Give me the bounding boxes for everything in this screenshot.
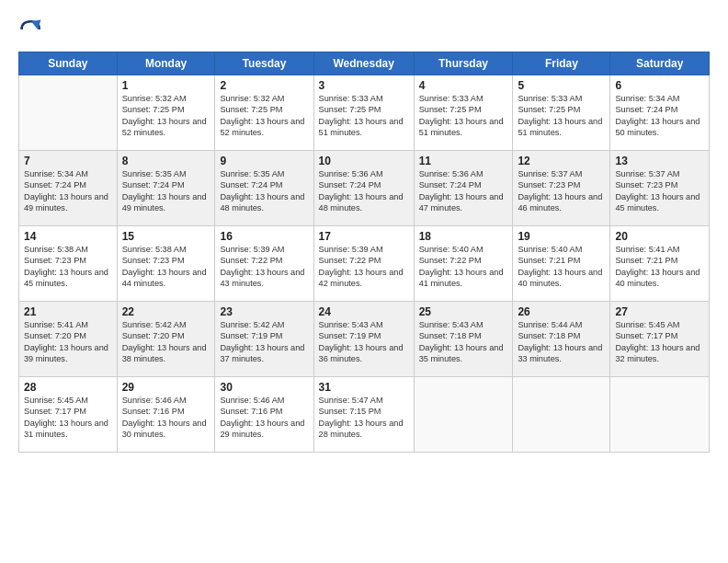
day-number: 4	[419, 79, 508, 92]
weekday-header-monday: Monday	[117, 52, 215, 75]
header	[18, 17, 710, 42]
day-info: Sunrise: 5:38 AM Sunset: 7:23 PM Dayligh…	[24, 244, 112, 290]
day-number: 1	[122, 79, 210, 92]
calendar-cell: 4Sunrise: 5:33 AM Sunset: 7:25 PM Daylig…	[414, 75, 513, 151]
day-info: Sunrise: 5:35 AM Sunset: 7:24 PM Dayligh…	[220, 168, 308, 214]
day-info: Sunrise: 5:46 AM Sunset: 7:16 PM Dayligh…	[122, 395, 210, 441]
calendar-cell: 8Sunrise: 5:35 AM Sunset: 7:24 PM Daylig…	[117, 151, 215, 226]
day-info: Sunrise: 5:39 AM Sunset: 7:22 PM Dayligh…	[220, 244, 308, 290]
day-number: 31	[319, 381, 409, 394]
calendar-cell: 24Sunrise: 5:43 AM Sunset: 7:19 PM Dayli…	[313, 302, 414, 377]
day-info: Sunrise: 5:42 AM Sunset: 7:19 PM Dayligh…	[220, 319, 308, 365]
weekday-header-tuesday: Tuesday	[215, 52, 313, 75]
calendar-cell: 26Sunrise: 5:44 AM Sunset: 7:18 PM Dayli…	[513, 302, 610, 377]
day-number: 17	[319, 230, 409, 243]
calendar-cell	[513, 377, 610, 453]
day-number: 20	[615, 230, 704, 243]
calendar-cell	[610, 377, 710, 453]
week-row-3: 14Sunrise: 5:38 AM Sunset: 7:23 PM Dayli…	[19, 226, 710, 302]
calendar-cell: 25Sunrise: 5:43 AM Sunset: 7:18 PM Dayli…	[414, 302, 513, 377]
day-info: Sunrise: 5:32 AM Sunset: 7:25 PM Dayligh…	[220, 93, 308, 139]
weekday-header-wednesday: Wednesday	[313, 52, 414, 75]
calendar-cell: 9Sunrise: 5:35 AM Sunset: 7:24 PM Daylig…	[215, 151, 313, 226]
calendar-cell: 18Sunrise: 5:40 AM Sunset: 7:22 PM Dayli…	[414, 226, 513, 302]
day-info: Sunrise: 5:34 AM Sunset: 7:24 PM Dayligh…	[24, 168, 112, 214]
day-info: Sunrise: 5:37 AM Sunset: 7:23 PM Dayligh…	[615, 168, 704, 214]
day-info: Sunrise: 5:36 AM Sunset: 7:24 PM Dayligh…	[319, 168, 409, 214]
calendar-cell: 13Sunrise: 5:37 AM Sunset: 7:23 PM Dayli…	[610, 151, 710, 226]
weekday-header-thursday: Thursday	[414, 52, 513, 75]
day-number: 13	[615, 155, 704, 167]
calendar-cell	[19, 75, 118, 151]
day-info: Sunrise: 5:44 AM Sunset: 7:18 PM Dayligh…	[518, 319, 605, 365]
day-info: Sunrise: 5:47 AM Sunset: 7:15 PM Dayligh…	[319, 395, 409, 441]
weekday-header-row: SundayMondayTuesdayWednesdayThursdayFrid…	[19, 52, 710, 75]
day-number: 10	[319, 155, 409, 167]
calendar-cell: 23Sunrise: 5:42 AM Sunset: 7:19 PM Dayli…	[215, 302, 313, 377]
day-info: Sunrise: 5:45 AM Sunset: 7:17 PM Dayligh…	[615, 319, 704, 365]
calendar-cell: 20Sunrise: 5:41 AM Sunset: 7:21 PM Dayli…	[610, 226, 710, 302]
calendar-cell: 19Sunrise: 5:40 AM Sunset: 7:21 PM Dayli…	[513, 226, 610, 302]
calendar-cell: 1Sunrise: 5:32 AM Sunset: 7:25 PM Daylig…	[117, 75, 215, 151]
page: SundayMondayTuesdayWednesdayThursdayFrid…	[0, 0, 728, 563]
day-number: 9	[220, 155, 308, 167]
weekday-header-saturday: Saturday	[610, 52, 710, 75]
day-info: Sunrise: 5:33 AM Sunset: 7:25 PM Dayligh…	[518, 93, 605, 139]
day-number: 22	[122, 305, 210, 318]
day-info: Sunrise: 5:40 AM Sunset: 7:22 PM Dayligh…	[419, 244, 508, 290]
logo	[18, 17, 48, 42]
calendar: SundayMondayTuesdayWednesdayThursdayFrid…	[18, 52, 710, 453]
day-info: Sunrise: 5:42 AM Sunset: 7:20 PM Dayligh…	[122, 319, 210, 365]
day-number: 25	[419, 305, 508, 318]
day-number: 11	[419, 155, 508, 167]
calendar-cell	[414, 377, 513, 453]
day-number: 24	[319, 305, 409, 318]
calendar-cell: 17Sunrise: 5:39 AM Sunset: 7:22 PM Dayli…	[313, 226, 414, 302]
day-number: 8	[122, 155, 210, 167]
weekday-header-friday: Friday	[513, 52, 610, 75]
week-row-5: 28Sunrise: 5:45 AM Sunset: 7:17 PM Dayli…	[19, 377, 710, 453]
day-number: 12	[518, 155, 605, 167]
day-info: Sunrise: 5:36 AM Sunset: 7:24 PM Dayligh…	[419, 168, 508, 214]
calendar-cell: 29Sunrise: 5:46 AM Sunset: 7:16 PM Dayli…	[117, 377, 215, 453]
calendar-cell: 15Sunrise: 5:38 AM Sunset: 7:23 PM Dayli…	[117, 226, 215, 302]
day-number: 7	[24, 155, 112, 167]
week-row-4: 21Sunrise: 5:41 AM Sunset: 7:20 PM Dayli…	[19, 302, 710, 377]
day-number: 26	[518, 305, 605, 318]
calendar-cell: 14Sunrise: 5:38 AM Sunset: 7:23 PM Dayli…	[19, 226, 118, 302]
day-info: Sunrise: 5:43 AM Sunset: 7:19 PM Dayligh…	[319, 319, 409, 365]
day-info: Sunrise: 5:40 AM Sunset: 7:21 PM Dayligh…	[518, 244, 605, 290]
day-number: 3	[319, 79, 409, 92]
calendar-cell: 16Sunrise: 5:39 AM Sunset: 7:22 PM Dayli…	[215, 226, 313, 302]
day-info: Sunrise: 5:35 AM Sunset: 7:24 PM Dayligh…	[122, 168, 210, 214]
day-number: 15	[122, 230, 210, 243]
day-number: 18	[419, 230, 508, 243]
calendar-cell: 5Sunrise: 5:33 AM Sunset: 7:25 PM Daylig…	[513, 75, 610, 151]
day-number: 30	[220, 381, 308, 394]
calendar-cell: 30Sunrise: 5:46 AM Sunset: 7:16 PM Dayli…	[215, 377, 313, 453]
day-info: Sunrise: 5:41 AM Sunset: 7:20 PM Dayligh…	[24, 319, 112, 365]
weekday-header-sunday: Sunday	[19, 52, 118, 75]
day-info: Sunrise: 5:46 AM Sunset: 7:16 PM Dayligh…	[220, 395, 308, 441]
day-info: Sunrise: 5:43 AM Sunset: 7:18 PM Dayligh…	[419, 319, 508, 365]
day-info: Sunrise: 5:37 AM Sunset: 7:23 PM Dayligh…	[518, 168, 605, 214]
day-number: 29	[122, 381, 210, 394]
calendar-cell: 21Sunrise: 5:41 AM Sunset: 7:20 PM Dayli…	[19, 302, 118, 377]
calendar-cell: 31Sunrise: 5:47 AM Sunset: 7:15 PM Dayli…	[313, 377, 414, 453]
day-info: Sunrise: 5:45 AM Sunset: 7:17 PM Dayligh…	[24, 395, 112, 441]
calendar-cell: 27Sunrise: 5:45 AM Sunset: 7:17 PM Dayli…	[610, 302, 710, 377]
day-info: Sunrise: 5:34 AM Sunset: 7:24 PM Dayligh…	[615, 93, 704, 139]
logo-icon	[18, 17, 44, 42]
calendar-cell: 3Sunrise: 5:33 AM Sunset: 7:25 PM Daylig…	[313, 75, 414, 151]
day-number: 14	[24, 230, 112, 243]
week-row-2: 7Sunrise: 5:34 AM Sunset: 7:24 PM Daylig…	[19, 151, 710, 226]
calendar-cell: 10Sunrise: 5:36 AM Sunset: 7:24 PM Dayli…	[313, 151, 414, 226]
day-number: 16	[220, 230, 308, 243]
calendar-cell: 11Sunrise: 5:36 AM Sunset: 7:24 PM Dayli…	[414, 151, 513, 226]
day-info: Sunrise: 5:32 AM Sunset: 7:25 PM Dayligh…	[122, 93, 210, 139]
day-info: Sunrise: 5:38 AM Sunset: 7:23 PM Dayligh…	[122, 244, 210, 290]
day-number: 19	[518, 230, 605, 243]
day-number: 28	[24, 381, 112, 394]
week-row-1: 1Sunrise: 5:32 AM Sunset: 7:25 PM Daylig…	[19, 75, 710, 151]
day-info: Sunrise: 5:41 AM Sunset: 7:21 PM Dayligh…	[615, 244, 704, 290]
